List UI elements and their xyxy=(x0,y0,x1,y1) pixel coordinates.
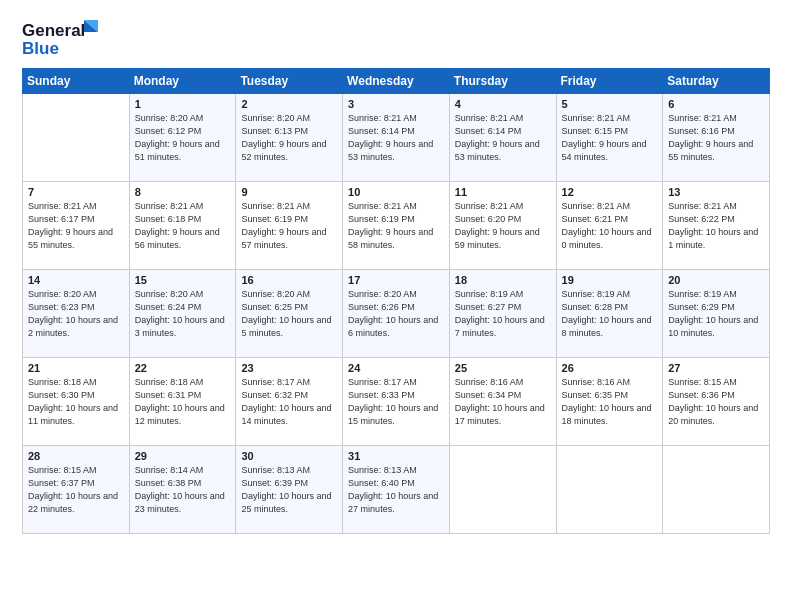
day-cell: 5Sunrise: 8:21 AM Sunset: 6:15 PM Daylig… xyxy=(556,94,663,182)
day-cell: 17Sunrise: 8:20 AM Sunset: 6:26 PM Dayli… xyxy=(343,270,450,358)
day-number: 6 xyxy=(668,98,764,110)
day-info: Sunrise: 8:19 AM Sunset: 6:27 PM Dayligh… xyxy=(455,288,551,340)
day-number: 31 xyxy=(348,450,444,462)
day-info: Sunrise: 8:17 AM Sunset: 6:32 PM Dayligh… xyxy=(241,376,337,428)
header-cell-wednesday: Wednesday xyxy=(343,69,450,94)
day-cell: 13Sunrise: 8:21 AM Sunset: 6:22 PM Dayli… xyxy=(663,182,770,270)
day-number: 7 xyxy=(28,186,124,198)
day-cell: 10Sunrise: 8:21 AM Sunset: 6:19 PM Dayli… xyxy=(343,182,450,270)
day-number: 29 xyxy=(135,450,231,462)
day-info: Sunrise: 8:20 AM Sunset: 6:26 PM Dayligh… xyxy=(348,288,444,340)
day-cell: 20Sunrise: 8:19 AM Sunset: 6:29 PM Dayli… xyxy=(663,270,770,358)
day-number: 24 xyxy=(348,362,444,374)
day-info: Sunrise: 8:18 AM Sunset: 6:31 PM Dayligh… xyxy=(135,376,231,428)
day-cell: 14Sunrise: 8:20 AM Sunset: 6:23 PM Dayli… xyxy=(23,270,130,358)
day-info: Sunrise: 8:21 AM Sunset: 6:16 PM Dayligh… xyxy=(668,112,764,164)
day-cell: 2Sunrise: 8:20 AM Sunset: 6:13 PM Daylig… xyxy=(236,94,343,182)
day-cell: 31Sunrise: 8:13 AM Sunset: 6:40 PM Dayli… xyxy=(343,446,450,534)
day-number: 27 xyxy=(668,362,764,374)
day-info: Sunrise: 8:20 AM Sunset: 6:23 PM Dayligh… xyxy=(28,288,124,340)
day-info: Sunrise: 8:13 AM Sunset: 6:40 PM Dayligh… xyxy=(348,464,444,516)
day-number: 19 xyxy=(562,274,658,286)
day-cell: 6Sunrise: 8:21 AM Sunset: 6:16 PM Daylig… xyxy=(663,94,770,182)
day-info: Sunrise: 8:20 AM Sunset: 6:12 PM Dayligh… xyxy=(135,112,231,164)
day-info: Sunrise: 8:21 AM Sunset: 6:20 PM Dayligh… xyxy=(455,200,551,252)
calendar-table: SundayMondayTuesdayWednesdayThursdayFrid… xyxy=(22,68,770,534)
header-cell-sunday: Sunday xyxy=(23,69,130,94)
day-cell: 27Sunrise: 8:15 AM Sunset: 6:36 PM Dayli… xyxy=(663,358,770,446)
day-cell: 24Sunrise: 8:17 AM Sunset: 6:33 PM Dayli… xyxy=(343,358,450,446)
week-row-2: 14Sunrise: 8:20 AM Sunset: 6:23 PM Dayli… xyxy=(23,270,770,358)
day-info: Sunrise: 8:20 AM Sunset: 6:24 PM Dayligh… xyxy=(135,288,231,340)
day-info: Sunrise: 8:21 AM Sunset: 6:17 PM Dayligh… xyxy=(28,200,124,252)
day-cell: 28Sunrise: 8:15 AM Sunset: 6:37 PM Dayli… xyxy=(23,446,130,534)
logo: GeneralBlue xyxy=(22,18,102,58)
day-number: 23 xyxy=(241,362,337,374)
day-number: 26 xyxy=(562,362,658,374)
day-cell: 30Sunrise: 8:13 AM Sunset: 6:39 PM Dayli… xyxy=(236,446,343,534)
day-cell: 19Sunrise: 8:19 AM Sunset: 6:28 PM Dayli… xyxy=(556,270,663,358)
day-info: Sunrise: 8:18 AM Sunset: 6:30 PM Dayligh… xyxy=(28,376,124,428)
day-info: Sunrise: 8:19 AM Sunset: 6:28 PM Dayligh… xyxy=(562,288,658,340)
day-info: Sunrise: 8:20 AM Sunset: 6:13 PM Dayligh… xyxy=(241,112,337,164)
day-cell: 12Sunrise: 8:21 AM Sunset: 6:21 PM Dayli… xyxy=(556,182,663,270)
week-row-3: 21Sunrise: 8:18 AM Sunset: 6:30 PM Dayli… xyxy=(23,358,770,446)
day-cell: 21Sunrise: 8:18 AM Sunset: 6:30 PM Dayli… xyxy=(23,358,130,446)
header-cell-thursday: Thursday xyxy=(449,69,556,94)
day-number: 28 xyxy=(28,450,124,462)
header-cell-tuesday: Tuesday xyxy=(236,69,343,94)
day-info: Sunrise: 8:20 AM Sunset: 6:25 PM Dayligh… xyxy=(241,288,337,340)
day-cell: 1Sunrise: 8:20 AM Sunset: 6:12 PM Daylig… xyxy=(129,94,236,182)
page: GeneralBlue SundayMondayTuesdayWednesday… xyxy=(0,0,792,612)
day-number: 3 xyxy=(348,98,444,110)
day-cell: 25Sunrise: 8:16 AM Sunset: 6:34 PM Dayli… xyxy=(449,358,556,446)
day-cell: 11Sunrise: 8:21 AM Sunset: 6:20 PM Dayli… xyxy=(449,182,556,270)
day-cell: 9Sunrise: 8:21 AM Sunset: 6:19 PM Daylig… xyxy=(236,182,343,270)
logo-svg: GeneralBlue xyxy=(22,18,102,58)
day-cell: 16Sunrise: 8:20 AM Sunset: 6:25 PM Dayli… xyxy=(236,270,343,358)
day-number: 2 xyxy=(241,98,337,110)
day-number: 20 xyxy=(668,274,764,286)
day-info: Sunrise: 8:21 AM Sunset: 6:19 PM Dayligh… xyxy=(241,200,337,252)
day-cell: 18Sunrise: 8:19 AM Sunset: 6:27 PM Dayli… xyxy=(449,270,556,358)
header: GeneralBlue xyxy=(22,18,770,58)
day-info: Sunrise: 8:21 AM Sunset: 6:19 PM Dayligh… xyxy=(348,200,444,252)
header-cell-monday: Monday xyxy=(129,69,236,94)
day-number: 22 xyxy=(135,362,231,374)
day-number: 30 xyxy=(241,450,337,462)
day-cell: 4Sunrise: 8:21 AM Sunset: 6:14 PM Daylig… xyxy=(449,94,556,182)
week-row-1: 7Sunrise: 8:21 AM Sunset: 6:17 PM Daylig… xyxy=(23,182,770,270)
day-info: Sunrise: 8:15 AM Sunset: 6:37 PM Dayligh… xyxy=(28,464,124,516)
week-row-0: 1Sunrise: 8:20 AM Sunset: 6:12 PM Daylig… xyxy=(23,94,770,182)
day-cell: 26Sunrise: 8:16 AM Sunset: 6:35 PM Dayli… xyxy=(556,358,663,446)
day-info: Sunrise: 8:21 AM Sunset: 6:15 PM Dayligh… xyxy=(562,112,658,164)
day-cell: 15Sunrise: 8:20 AM Sunset: 6:24 PM Dayli… xyxy=(129,270,236,358)
day-info: Sunrise: 8:14 AM Sunset: 6:38 PM Dayligh… xyxy=(135,464,231,516)
day-info: Sunrise: 8:17 AM Sunset: 6:33 PM Dayligh… xyxy=(348,376,444,428)
svg-text:Blue: Blue xyxy=(22,39,59,58)
day-info: Sunrise: 8:16 AM Sunset: 6:35 PM Dayligh… xyxy=(562,376,658,428)
day-number: 4 xyxy=(455,98,551,110)
day-cell xyxy=(449,446,556,534)
day-cell xyxy=(663,446,770,534)
day-number: 12 xyxy=(562,186,658,198)
day-info: Sunrise: 8:13 AM Sunset: 6:39 PM Dayligh… xyxy=(241,464,337,516)
day-cell: 29Sunrise: 8:14 AM Sunset: 6:38 PM Dayli… xyxy=(129,446,236,534)
day-info: Sunrise: 8:21 AM Sunset: 6:14 PM Dayligh… xyxy=(348,112,444,164)
day-info: Sunrise: 8:21 AM Sunset: 6:22 PM Dayligh… xyxy=(668,200,764,252)
day-info: Sunrise: 8:21 AM Sunset: 6:14 PM Dayligh… xyxy=(455,112,551,164)
header-cell-friday: Friday xyxy=(556,69,663,94)
day-cell: 8Sunrise: 8:21 AM Sunset: 6:18 PM Daylig… xyxy=(129,182,236,270)
day-number: 9 xyxy=(241,186,337,198)
day-number: 11 xyxy=(455,186,551,198)
day-info: Sunrise: 8:21 AM Sunset: 6:18 PM Dayligh… xyxy=(135,200,231,252)
day-number: 13 xyxy=(668,186,764,198)
day-info: Sunrise: 8:15 AM Sunset: 6:36 PM Dayligh… xyxy=(668,376,764,428)
day-cell: 3Sunrise: 8:21 AM Sunset: 6:14 PM Daylig… xyxy=(343,94,450,182)
day-cell: 7Sunrise: 8:21 AM Sunset: 6:17 PM Daylig… xyxy=(23,182,130,270)
week-row-4: 28Sunrise: 8:15 AM Sunset: 6:37 PM Dayli… xyxy=(23,446,770,534)
day-cell: 22Sunrise: 8:18 AM Sunset: 6:31 PM Dayli… xyxy=(129,358,236,446)
svg-text:General: General xyxy=(22,21,85,40)
day-number: 1 xyxy=(135,98,231,110)
day-number: 16 xyxy=(241,274,337,286)
